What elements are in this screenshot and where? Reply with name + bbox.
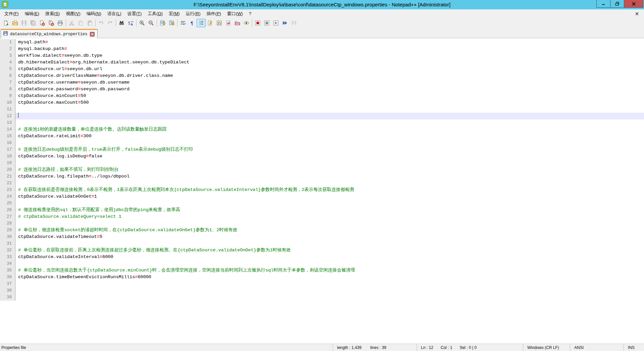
editor-line[interactable]: 6ctpDataSource.driverClassName=seeyon.db… [0,72,644,79]
line-number[interactable]: 28 [0,220,15,227]
line-number[interactable]: 7 [0,79,15,86]
editor-line[interactable]: 13 [0,119,644,126]
editor-line[interactable]: 29# 单位秒，做连接检查socket的读超时时间，在{ctpDataSourc… [0,227,644,234]
line-number[interactable]: 8 [0,86,15,93]
editor-line[interactable]: 3workflow.dialect=seeyon.db.type [0,52,644,59]
line-number[interactable]: 3 [0,52,15,59]
line-number[interactable]: 32 [0,247,15,254]
close-window-button[interactable] [624,0,643,8]
menu-item-search[interactable]: 搜索(S) [42,10,63,17]
menu-item-edit[interactable]: 编辑(E) [22,10,42,17]
line-number[interactable]: 5 [0,66,15,72]
editor-line[interactable]: 4db.hibernateDialect=org.hibernate.diale… [0,59,644,66]
sync-vertical-scroll-button[interactable] [158,19,167,27]
line-number[interactable]: 26 [0,207,15,213]
editor-line[interactable]: 7ctpDataSource.username=seeyon.db.userna… [0,79,644,86]
line-number[interactable]: 39 [0,294,15,301]
find-button[interactable] [117,19,126,27]
line-number[interactable]: 38 [0,287,15,294]
line-number[interactable]: 25 [0,200,15,207]
editor-line[interactable]: 1mysql.path= [0,39,644,46]
editor-line[interactable]: 39 [0,294,644,301]
line-number[interactable]: 30 [0,234,15,240]
editor-line[interactable]: 17# 连接池日志debug级别是否开启，true表示打开，false表示deb… [0,146,644,153]
line-number[interactable]: 9 [0,93,15,99]
editor-line[interactable]: 32# 单位毫秒，在获取连接前，距离上次检测连接超过多少毫秒，做连接检测。在{c… [0,247,644,254]
editor-line[interactable]: 18ctpDataSource.log.isDebug=false [0,153,644,160]
line-number[interactable]: 6 [0,72,15,79]
line-number[interactable]: 19 [0,160,15,166]
line-number[interactable]: 12 [0,113,15,119]
editor-line[interactable]: 16 [0,140,644,146]
editor-line[interactable]: 33ctpDataSource.validateInterval=6000 [0,254,644,260]
tab-close-icon[interactable] [90,32,95,37]
macro-play-button[interactable] [271,19,280,27]
editor-line[interactable]: 30ctpDataSource.validateTimeout=5 [0,234,644,240]
line-number[interactable]: 37 [0,281,15,287]
line-number[interactable]: 20 [0,166,15,173]
line-number[interactable]: 4 [0,59,15,66]
editor-line[interactable]: 36ctpDataSource.timeBetweenEvictionRunsM… [0,274,644,281]
line-number[interactable]: 2 [0,46,15,52]
menu-item-window[interactable]: 窗口(W) [224,10,246,17]
line-number[interactable]: 14 [0,126,15,133]
line-number[interactable]: 15 [0,133,15,140]
editor-line[interactable]: 15ctpDataSource.rateLimit=300 [0,133,644,140]
macro-run-multiple-button[interactable] [280,19,289,27]
editor-line[interactable]: 27# ctpDataSource.validateQuery=select 1 [0,213,644,220]
line-number[interactable]: 10 [0,99,15,106]
editor-line[interactable]: 37 [0,281,644,287]
editor-line[interactable]: 11 [0,106,644,113]
line-number[interactable]: 23 [0,187,15,193]
menu-item-settings[interactable]: 设置(T) [124,10,145,17]
editor-line[interactable]: 34 [0,260,644,267]
menu-item-plugins[interactable]: 插件(P) [204,10,224,17]
line-number[interactable]: 31 [0,240,15,247]
editor-line[interactable]: 8ctpDataSource.password=seeyon.db.passwo… [0,86,644,93]
editor-area[interactable]: 1mysql.path=2mysql.backup.path=3workflow… [0,38,644,344]
line-number[interactable]: 17 [0,146,15,153]
editor-line[interactable]: 2mysql.backup.path= [0,46,644,52]
editor-line[interactable]: 23# 在获取连接前是否做连接检测，0表示不检测，1表示在距离上次检测到本次{c… [0,187,644,193]
editor-line[interactable]: 21ctpDataSource.log.filepath=../logs/dbp… [0,173,644,180]
editor-line[interactable]: 35# 单位毫秒，当空闲连接总数大于{ctpDataSource.minCoun… [0,267,644,274]
line-number[interactable]: 13 [0,119,15,126]
title-bar[interactable]: F:\SeeyonInstallEnvV8.1\InstallDeploy\ia… [0,0,644,9]
show-all-characters-button[interactable]: ¶ [187,19,197,27]
line-number[interactable]: 11 [0,106,15,113]
line-number[interactable]: 33 [0,254,15,260]
sync-horizontal-scroll-button[interactable] [167,19,176,27]
zoom-in-button[interactable] [138,19,147,27]
editor-line[interactable]: 24ctpDataSource.validateOnGet=1 [0,193,644,200]
indent-guide-button[interactable] [197,19,206,27]
editor-line[interactable]: 14# 连接池1秒的新建连接数量，单位是连接个数。达到该数量触发日志跟踪 [0,126,644,133]
folder-as-workspace-button[interactable] [233,19,242,27]
restore-button[interactable] [610,0,624,8]
close-all-button[interactable] [47,19,56,27]
editor-line[interactable]: 20# 连接池日志路径，如果不填写，则打印到控制台 [0,166,644,173]
line-number[interactable]: 21 [0,173,15,180]
editor-line[interactable]: 26# 做连接检查使用的sql，默认不用配置，使用jdbc自带的ping来检查，… [0,207,644,213]
line-number[interactable]: 18 [0,153,15,160]
menu-item-view[interactable]: 视图(V) [63,10,83,17]
editor-line[interactable]: 38 [0,287,644,294]
word-wrap-button[interactable] [178,19,187,27]
line-number[interactable]: 24 [0,193,15,200]
menubar-close-icon[interactable] [634,11,640,17]
monitoring-button[interactable] [242,19,251,27]
editor-line[interactable]: 5ctpDataSource.url=seeyon.db.url [0,66,644,72]
menu-item-help[interactable]: ? [246,10,254,17]
line-number[interactable]: 16 [0,140,15,146]
document-list-button[interactable] [224,19,233,27]
menu-item-language[interactable]: 语言(L) [104,10,124,17]
tab-datasourceCtp-windows-properties[interactable]: datasourceCtp_windows.properties [1,29,98,38]
editor-line[interactable]: 10ctpDataSource.maxCount=500 [0,99,644,106]
macro-record-button[interactable] [253,19,262,27]
line-number[interactable]: 36 [0,274,15,281]
menu-item-macro[interactable]: 宏(M) [166,10,183,17]
line-number[interactable]: 1 [0,39,15,46]
print-button[interactable] [56,19,65,27]
editor-line[interactable]: 22 [0,180,644,187]
close-file-button[interactable] [38,19,47,27]
minimize-button[interactable] [596,0,610,8]
